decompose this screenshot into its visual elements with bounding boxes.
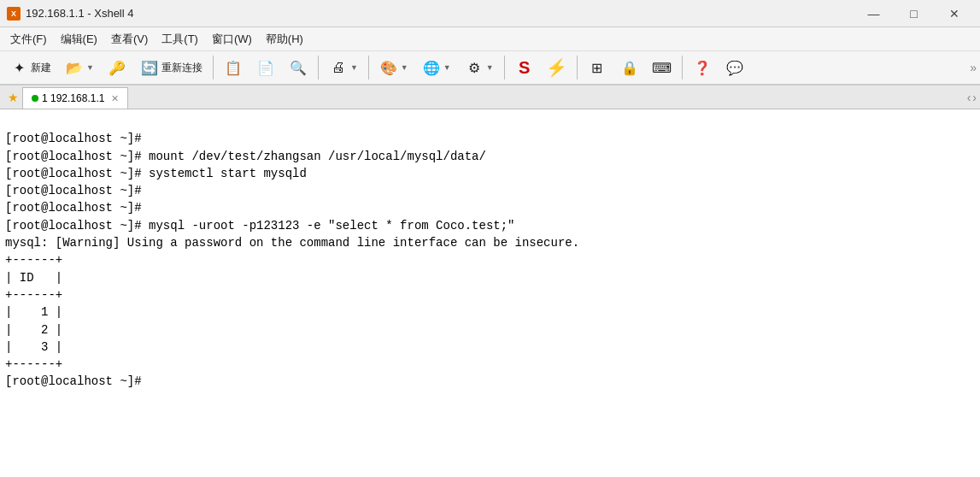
tab-status-dot — [32, 95, 38, 102]
print-expand-icon: ▼ — [350, 63, 358, 72]
app-icon: X — [7, 7, 21, 21]
close-button[interactable]: ✕ — [935, 0, 973, 27]
session-icon: S — [515, 58, 534, 77]
tab-label: 1 192.168.1.1 — [42, 92, 104, 104]
paste-icon: 📄 — [256, 58, 275, 77]
tab-pin-icon: ★ — [3, 85, 22, 109]
terminal-line: +------+ — [5, 286, 975, 303]
tab-session[interactable]: 1 192.168.1.1 ✕ — [22, 87, 128, 109]
window-title: 192.168.1.1 - Xshell 4 — [26, 7, 133, 20]
keyboard-button[interactable]: ⌨ — [647, 56, 678, 80]
new-icon: ✦ — [9, 58, 28, 77]
help-icon: ❓ — [693, 58, 712, 77]
titlebar: X 192.168.1.1 - Xshell 4 — □ ✕ — [0, 0, 980, 27]
terminal-line: mysql: [Warning] Using a password on the… — [5, 234, 975, 251]
clipboard2-button[interactable]: 📄 — [250, 56, 281, 80]
reconnect-label: 重新连接 — [161, 61, 202, 75]
session-button[interactable]: S — [509, 56, 540, 80]
globe-expand-icon: ▼ — [443, 63, 451, 72]
terminal-line: [root@localhost ~]# mount /dev/test/zhan… — [5, 148, 975, 165]
key-icon: 🔑 — [108, 58, 126, 77]
globe-button[interactable]: 🌐 ▼ — [416, 56, 457, 80]
maximize-button[interactable]: □ — [895, 0, 933, 27]
separator-6 — [682, 56, 683, 80]
terminal-line: | ID | — [5, 269, 975, 286]
tab-scroll-arrows[interactable]: ‹ › — [967, 85, 980, 109]
toolbar: ✦ 新建 📂 ▼ 🔑 🔄 重新连接 📋 📄 🔍 🖨 ▼ 🎨 ▼ 🌐 ▼ ⚙ ▼ — [0, 51, 980, 85]
print-icon: 🖨 — [329, 58, 348, 77]
window-controls[interactable]: — □ ✕ — [854, 0, 973, 27]
lock-icon: 🔒 — [620, 58, 639, 77]
tab-scroll-right-icon[interactable]: › — [972, 91, 977, 104]
color-button[interactable]: 🎨 ▼ — [373, 56, 414, 80]
new-label: 新建 — [31, 61, 51, 75]
menu-view[interactable]: 查看(V) — [104, 30, 155, 49]
globe-icon: 🌐 — [422, 58, 441, 77]
separator-5 — [577, 56, 578, 80]
terminal-line: [root@localhost ~]# — [5, 199, 975, 216]
new-button[interactable]: ✦ 新建 — [3, 56, 57, 80]
terminal-line: [root@localhost ~]# mysql -uroot -p12312… — [5, 217, 975, 234]
settings-expand-icon: ▼ — [486, 63, 494, 72]
terminal-line: [root@localhost ~]# systemctl start mysq… — [5, 165, 975, 182]
terminal-line: | 1 | — [5, 303, 975, 321]
separator-1 — [213, 56, 214, 80]
tab-close-button[interactable]: ✕ — [111, 93, 119, 104]
help-button[interactable]: ❓ — [687, 56, 718, 80]
reconnect-button[interactable]: 🔄 重新连接 — [134, 56, 208, 80]
folder-icon: 📂 — [65, 58, 84, 77]
terminal-line: +------+ — [5, 251, 975, 268]
open-button[interactable]: 📂 ▼ — [59, 56, 100, 80]
chat-button[interactable]: 💬 — [719, 56, 750, 80]
chat-icon: 💬 — [725, 58, 744, 77]
terminal-line: | 2 | — [5, 321, 975, 339]
terminal-line: | 3 | — [5, 339, 975, 356]
settings-button[interactable]: ⚙ ▼ — [459, 56, 500, 80]
separator-3 — [368, 56, 369, 80]
tabbar: ★ 1 192.168.1.1 ✕ ‹ › — [0, 85, 980, 109]
separator-2 — [318, 56, 319, 80]
lock-button[interactable]: 🔒 — [614, 56, 645, 80]
reconnect-icon: 🔄 — [140, 58, 159, 77]
titlebar-left: X 192.168.1.1 - Xshell 4 — [7, 7, 133, 21]
terminal-line: +------+ — [5, 356, 975, 373]
color-icon: 🎨 — [379, 58, 398, 77]
menu-window[interactable]: 窗口(W) — [205, 30, 259, 49]
terminal-line: [root@localhost ~]# — [5, 373, 975, 390]
separator-4 — [504, 56, 505, 80]
clipboard1-button[interactable]: 📋 — [218, 56, 249, 80]
settings-icon: ⚙ — [465, 58, 484, 77]
open-expand-icon: ▼ — [86, 63, 94, 72]
search-button[interactable]: 🔍 — [283, 56, 314, 80]
terminal-line: [root@localhost ~]# — [5, 130, 975, 147]
tab-scroll-left-icon[interactable]: ‹ — [967, 91, 971, 104]
terminal-area[interactable]: [root@localhost ~]#[root@localhost ~]# m… — [0, 109, 980, 477]
terminal-line: [root@localhost ~]# — [5, 182, 975, 199]
copy-icon: 📋 — [224, 58, 243, 77]
minimize-button[interactable]: — — [854, 0, 893, 27]
menu-edit[interactable]: 编辑(E) — [54, 30, 104, 49]
lightning-button[interactable]: ⚡ — [542, 56, 572, 80]
search-icon: 🔍 — [289, 58, 308, 77]
color-expand-icon: ▼ — [401, 63, 408, 72]
menubar: 文件(F) 编辑(E) 查看(V) 工具(T) 窗口(W) 帮助(H) — [0, 27, 980, 51]
lightning-icon: ⚡ — [548, 58, 566, 77]
menu-tools[interactable]: 工具(T) — [155, 30, 205, 49]
keyboard-icon: ⌨ — [653, 58, 672, 77]
grid-icon: ⊞ — [588, 58, 607, 77]
menu-file[interactable]: 文件(F) — [3, 30, 54, 49]
toolbar-scroll-right[interactable]: » — [970, 61, 977, 74]
menu-help[interactable]: 帮助(H) — [259, 30, 310, 49]
print-button[interactable]: 🖨 ▼ — [323, 56, 364, 80]
key-button[interactable]: 🔑 — [102, 56, 132, 80]
grid-button[interactable]: ⊞ — [582, 56, 613, 80]
